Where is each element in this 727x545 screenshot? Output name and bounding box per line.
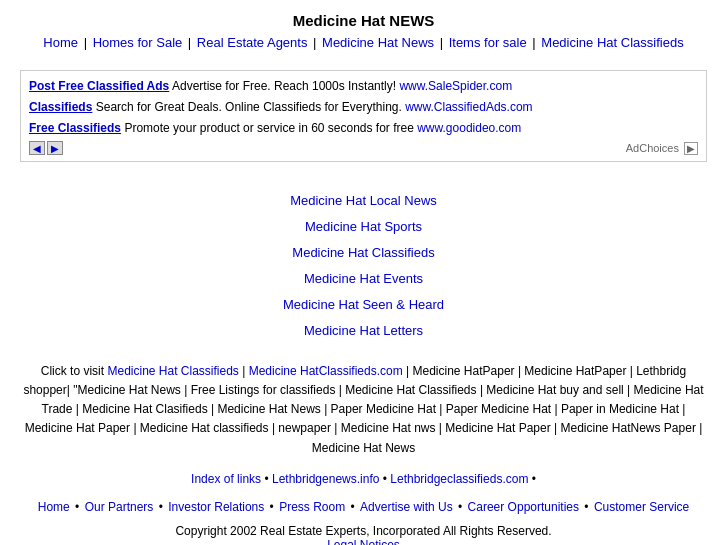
ad-box: Post Free Classified Ads Advertise for F…: [20, 70, 707, 162]
link-classifieds[interactable]: Medicine Hat Classifieds: [20, 240, 707, 266]
copyright: Copyright 2002 Real Estate Experts, Inco…: [0, 518, 727, 545]
nav-real-estate-agents[interactable]: Real Estate Agents: [197, 35, 308, 50]
lethbridge-news-link[interactable]: Lethbridgenews.info: [272, 472, 379, 486]
ad-url-2[interactable]: www.ClassifiedAds.com: [405, 100, 532, 114]
legal-notices-link[interactable]: Legal Notices: [327, 538, 400, 545]
main-links: Medicine Hat Local News Medicine Hat Spo…: [0, 172, 727, 354]
footer-links: Home • Our Partners • Investor Relations…: [0, 492, 727, 518]
nav-classifieds[interactable]: Medicine Hat Classifieds: [541, 35, 683, 50]
nav-items-for-sale[interactable]: Items for sale: [449, 35, 527, 50]
ad-link-1[interactable]: Post Free Classified Ads: [29, 79, 169, 93]
ad-nav: ◀ ▶: [29, 141, 698, 155]
ad-row-1: Post Free Classified Ads Advertise for F…: [29, 77, 698, 95]
link-letters[interactable]: Medicine Hat Letters: [20, 318, 707, 344]
adchoices-label: AdChoices: [626, 142, 679, 154]
nav-home[interactable]: Home: [43, 35, 78, 50]
ad-prev-button[interactable]: ◀: [29, 141, 45, 155]
ad-url-3[interactable]: www.goodideo.com: [417, 121, 521, 135]
site-title: Medicine Hat NEWS: [20, 12, 707, 29]
seo-link-classifieds-com[interactable]: Medicine HatClassifieds.com: [249, 364, 403, 378]
footer-investor[interactable]: Investor Relations: [168, 500, 264, 514]
seo-text: Click to visit Medicine Hat Classifieds …: [0, 354, 727, 466]
sep-bullet-1: •: [264, 472, 272, 486]
link-seen-heard[interactable]: Medicine Hat Seen & Heard: [20, 292, 707, 318]
footer-home[interactable]: Home: [38, 500, 70, 514]
adchoices: AdChoices ▶: [626, 142, 698, 155]
nav-medicine-hat-news[interactable]: Medicine Hat News: [322, 35, 434, 50]
footer-customer-service[interactable]: Customer Service: [594, 500, 689, 514]
ad-row-3: Free Classifieds Promote your product or…: [29, 119, 698, 137]
nav-links: Home | Homes for Sale | Real Estate Agen…: [20, 33, 707, 54]
header: Medicine Hat NEWS Home | Homes for Sale …: [0, 0, 727, 60]
adchoices-icon[interactable]: ▶: [684, 142, 698, 155]
footer-advertise[interactable]: Advertise with Us: [360, 500, 453, 514]
ad-link-2[interactable]: Classifieds: [29, 100, 92, 114]
link-events[interactable]: Medicine Hat Events: [20, 266, 707, 292]
seo-prefix: Click to visit: [41, 364, 108, 378]
lethbridge-classifieds-link[interactable]: Lethbridgeclassifieds.com: [390, 472, 528, 486]
footer-careers[interactable]: Career Opportunities: [468, 500, 579, 514]
link-local-news[interactable]: Medicine Hat Local News: [20, 188, 707, 214]
footer-partners[interactable]: Our Partners: [85, 500, 154, 514]
ad-link-3[interactable]: Free Classifieds: [29, 121, 121, 135]
ad-desc-1: Advertise for Free. Reach 1000s Instantl…: [172, 79, 399, 93]
ad-row-2: Classifieds Search for Great Deals. Onli…: [29, 98, 698, 116]
ad-desc-2: Search for Great Deals. Online Classifie…: [96, 100, 405, 114]
footer-press[interactable]: Press Room: [279, 500, 345, 514]
ad-next-button[interactable]: ▶: [47, 141, 63, 155]
ad-url-1[interactable]: www.SaleSpider.com: [399, 79, 512, 93]
copyright-line1: Copyright 2002 Real Estate Experts, Inco…: [20, 524, 707, 538]
seo-link-classifieds[interactable]: Medicine Hat Classifieds: [107, 364, 238, 378]
sep-bullet-3: •: [532, 472, 536, 486]
link-sports[interactable]: Medicine Hat Sports: [20, 214, 707, 240]
nav-homes-for-sale[interactable]: Homes for Sale: [93, 35, 183, 50]
index-links: Index of links • Lethbridgenews.info • L…: [0, 466, 727, 492]
ad-desc-3: Promote your product or service in 60 se…: [124, 121, 417, 135]
index-of-links[interactable]: Index of links: [191, 472, 261, 486]
